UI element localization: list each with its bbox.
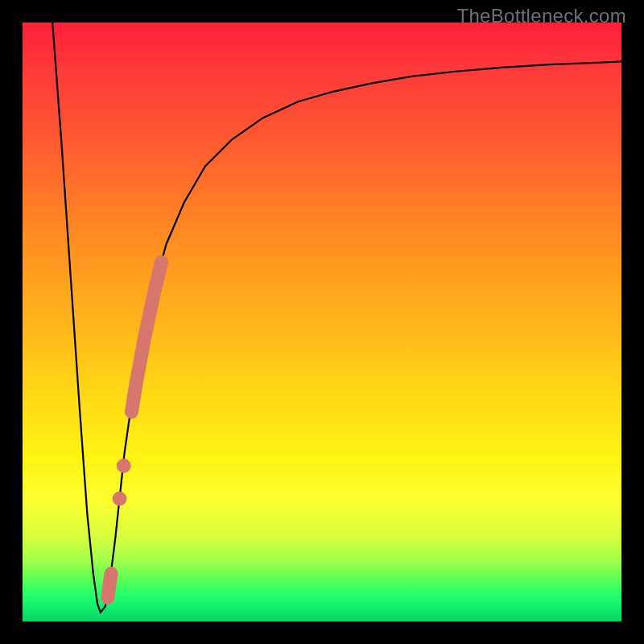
bottleneck-curve — [52, 23, 621, 613]
curve-marker-segment — [108, 573, 111, 597]
curve-layer — [23, 23, 621, 621]
chart-frame: TheBottleneck.com — [0, 0, 644, 644]
marker-group — [108, 262, 162, 598]
plot-area — [23, 23, 621, 621]
curve-marker — [117, 459, 130, 473]
curve-marker — [113, 492, 126, 506]
curve-marker-segment — [131, 262, 161, 412]
